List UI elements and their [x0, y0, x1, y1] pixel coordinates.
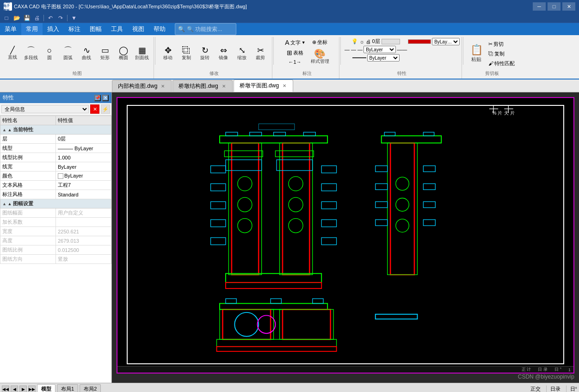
svg-rect-50: [226, 299, 236, 303]
color-select[interactable]: ByLay…: [432, 38, 460, 45]
menu-item-menu[interactable]: 菜单: [0, 23, 21, 35]
prop-section-pagesetup: ▲ 图幅设置: [0, 199, 111, 208]
properties-icon-btn1[interactable]: ✕: [90, 104, 99, 114]
menu-item-view[interactable]: 视图: [128, 23, 149, 35]
dim-size-button[interactable]: ←1→: [286, 58, 304, 66]
copy-icon: ⿻: [182, 46, 191, 55]
coord-button[interactable]: ⊕ 坐标: [310, 38, 329, 47]
properties-filter: 全局信息 选择对象 当前图层 ✕ ⚡: [0, 103, 111, 116]
prop-value-height: 2679.013: [56, 236, 111, 245]
minimize-button[interactable]: ─: [533, 2, 546, 11]
menu-item-help[interactable]: 帮助: [149, 23, 170, 35]
props-group-label: 特性: [397, 69, 407, 78]
paste-button[interactable]: 📋 粘贴: [467, 38, 486, 69]
ribbon-props-tools: 💡 ☼ 🖨 0层 — — — ByLayer —— ByLayer: [345, 38, 459, 69]
ribbon-annotate-tools: A 文字 ▼ ⊞ 表格 ←1→ ⊕ 坐标 🎨 样式管理: [283, 38, 330, 69]
cad-status-num: 1: [568, 368, 571, 372]
new-button[interactable]: □: [2, 14, 11, 22]
text-dropdown[interactable]: ▼: [302, 40, 306, 45]
menu-item-tools[interactable]: 工具: [106, 23, 128, 35]
properties-filter-select[interactable]: 全局信息 选择对象 当前图层: [1, 105, 89, 113]
nav-prev-button[interactable]: ◀: [11, 386, 18, 392]
arc-button[interactable]: ⌒ 圆弧: [59, 45, 77, 62]
arc-icon: ⌒: [64, 46, 72, 55]
rect-label: 矩形: [100, 55, 110, 61]
layer-selector-label: — — —: [345, 47, 363, 52]
menu-item-annotate[interactable]: 标注: [64, 23, 85, 35]
rotate-button[interactable]: ↻ 旋转: [196, 45, 214, 62]
prop-value-layer: 0层: [56, 135, 111, 144]
tab-model[interactable]: 模型: [37, 384, 55, 392]
menu-item-drawing[interactable]: 图幅: [85, 23, 106, 35]
color-bar[interactable]: [408, 39, 431, 44]
tab-layout1[interactable]: 布局1: [57, 384, 78, 392]
svg-rect-34: [384, 132, 395, 136]
nav-last-button[interactable]: ▶▶: [28, 386, 36, 392]
properties-pin-button[interactable]: 📌: [94, 95, 101, 101]
print-button[interactable]: 🖨: [32, 14, 42, 22]
properties-title: 特性: [3, 94, 14, 102]
tab-bridge-plan[interactable]: 桥墩平面图.dwg ✕: [234, 80, 293, 92]
move-button[interactable]: ✥ 移动: [159, 45, 177, 62]
circle-button[interactable]: ○ 圆: [41, 45, 58, 62]
function-search[interactable]: 🔍: [175, 23, 236, 35]
trim-button[interactable]: ✂ 裁剪: [252, 45, 269, 62]
tab-bridge-struct[interactable]: 桥墩结构图.dwg ✕: [172, 80, 232, 92]
prop-name-layer: 层: [0, 135, 56, 144]
svg-point-11: [238, 219, 252, 233]
tab-layout2[interactable]: 布局2: [80, 384, 101, 392]
status-angle: 日°: [566, 386, 577, 392]
quick-access-toolbar: □ 📂 💾 🖨 ↶ ↷ ▼: [0, 13, 579, 23]
hatch-button[interactable]: ▦ 剖面线: [133, 45, 151, 62]
tab-bridge-plan-close[interactable]: ✕: [282, 83, 287, 88]
search-input[interactable]: [187, 26, 233, 32]
ellipse-button[interactable]: ◯ 椭圆: [115, 45, 132, 62]
undo-button[interactable]: ↶: [46, 14, 55, 22]
prop-row-color: 颜色 ByLayer: [0, 172, 111, 181]
scale-button[interactable]: ⤡ 缩放: [233, 45, 251, 62]
line-width-display: ——: [397, 47, 407, 52]
nav-first-button[interactable]: ◀◀: [2, 386, 9, 392]
mirror-button[interactable]: ⇔ 镜像: [215, 45, 232, 62]
table-button[interactable]: ⊞ 表格: [285, 48, 305, 57]
curve-button[interactable]: ∿ 曲线: [78, 45, 95, 62]
quickbar-more[interactable]: ▼: [69, 14, 79, 22]
curve-icon: ∿: [83, 46, 90, 55]
properties-icon-btn2[interactable]: ⚡: [101, 104, 110, 114]
svg-rect-52: [313, 299, 323, 303]
rect-button[interactable]: ▭ 矩形: [96, 45, 114, 62]
tab-internal[interactable]: 内部构造图.dwg ✕: [112, 80, 172, 92]
maximize-button[interactable]: □: [548, 2, 561, 11]
tab-internal-close[interactable]: ✕: [160, 84, 166, 89]
open-button[interactable]: 📂: [12, 14, 21, 22]
titlebar-controls[interactable]: ─ □ ✕: [533, 2, 575, 11]
copy-button[interactable]: ⿻ 复制: [178, 45, 195, 62]
layer-select[interactable]: ByLayer: [363, 46, 396, 53]
close-button[interactable]: ✕: [562, 2, 575, 11]
svg-rect-3: [226, 132, 238, 136]
linetype-select[interactable]: ByLayer: [367, 54, 400, 61]
tab-bridge-struct-close[interactable]: ✕: [221, 84, 227, 89]
line-button[interactable]: ╱ 直线: [4, 45, 21, 62]
menu-item-common[interactable]: 常用: [21, 23, 43, 35]
cad-inner-statusbar: 正 计 日 录 日 ° 1: [117, 366, 573, 373]
svg-rect-41: [376, 166, 388, 172]
coord-icon: ⊕: [312, 39, 316, 45]
ribbon-group-draw: ╱ 直线 ⌒ 多段线 ○ 圆 ⌒ 圆弧 ∿ 曲线 ▭ 矩形: [1, 37, 154, 79]
redo-button[interactable]: ↷: [56, 14, 65, 22]
annotate-group-label: 标注: [302, 69, 312, 78]
color-swatch[interactable]: [382, 39, 400, 44]
menu-item-insert[interactable]: 插入: [43, 23, 64, 35]
style-mgr-button[interactable]: 🎨 样式管理: [308, 48, 332, 66]
save-button[interactable]: 💾: [22, 14, 31, 22]
svg-rect-5: [274, 132, 286, 136]
cad-canvas-area[interactable]: % 片 天 片: [112, 92, 579, 383]
match-props-button[interactable]: 🖌 特性匹配: [487, 59, 517, 68]
copy-btn[interactable]: ⿻ 复制: [487, 49, 517, 58]
nav-next-button[interactable]: ▶: [19, 386, 27, 392]
properties-close-button[interactable]: ✕: [102, 95, 109, 101]
polyline-button[interactable]: ⌒ 多段线: [22, 45, 40, 62]
text-button[interactable]: A 文字 ▼: [283, 38, 307, 47]
cut-button[interactable]: ✂ 剪切: [487, 40, 517, 49]
ribbon-draw-tools: ╱ 直线 ⌒ 多段线 ○ 圆 ⌒ 圆弧 ∿ 曲线 ▭ 矩形: [4, 38, 151, 69]
